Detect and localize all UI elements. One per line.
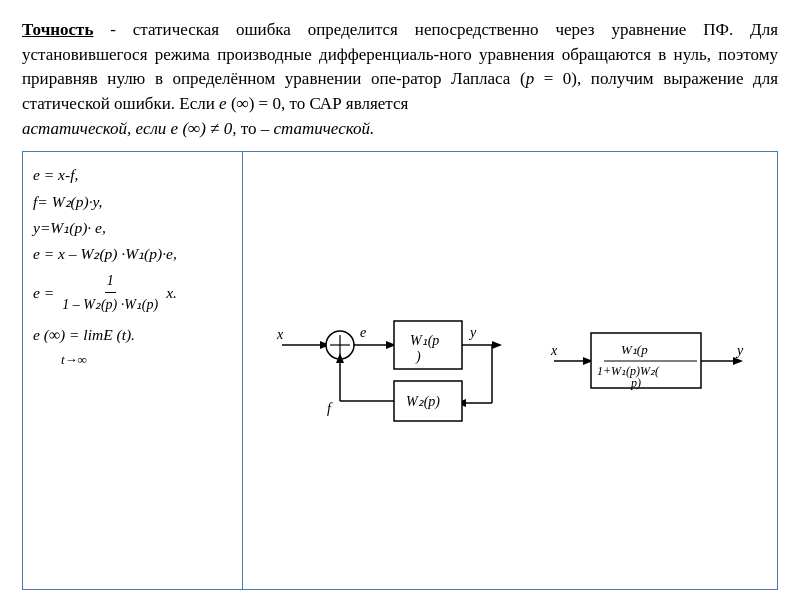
eq5-denominator: 1 – W₂(p) ·W₁(p) — [60, 293, 160, 317]
svg-text:1+W₁(p)W₂(: 1+W₁(p)W₂( — [597, 364, 660, 378]
eq5-numerator: 1 — [105, 269, 116, 294]
diagram-section: e = x-f, f= W₂(p)·y, y=W₁(p)· e, e = x –… — [22, 151, 778, 590]
svg-text:y: y — [468, 325, 477, 340]
eq6-container: e (∞) = limE (t). t→∞ — [33, 322, 234, 370]
eq5-suffix: x. — [166, 280, 177, 306]
svg-text:p): p) — [630, 376, 641, 390]
svg-text:W₂(p): W₂(p) — [406, 394, 440, 410]
feedback-diagram: x e W₁(p ) y — [272, 293, 512, 448]
eq5-prefix: e = — [33, 280, 54, 306]
eq4: e = x – W₂(p) ·W₁(p)·e, — [33, 241, 234, 267]
svg-text:e: e — [360, 325, 366, 340]
svg-marker-13 — [492, 341, 502, 349]
page: Точность - статическая ошибка определитс… — [0, 0, 800, 600]
title-word: Точность — [22, 20, 93, 39]
text-block: Точность - статическая ошибка определитс… — [22, 18, 778, 141]
eq2: f= W₂(p)·y, — [33, 189, 234, 215]
eq6: e (∞) = limE (t). — [33, 322, 234, 348]
eq5-row: e = 1 1 – W₂(p) ·W₁(p) x. — [33, 269, 234, 318]
x-label: x — [276, 327, 284, 342]
italic-line: астатической, если e (∞) ≠ 0, — [22, 119, 236, 138]
eq3: y=W₁(p)· e, — [33, 215, 234, 241]
text-line1-rest: - статическая ошибка определится непосре… — [22, 20, 778, 113]
svg-text:): ) — [415, 349, 421, 365]
eq5-fraction: 1 1 – W₂(p) ·W₁(p) — [60, 269, 160, 318]
simplified-diagram: x W₁(p 1+W₁(p)W₂( p) y — [549, 311, 749, 431]
svg-marker-32 — [733, 357, 743, 365]
svg-text:y: y — [735, 343, 744, 358]
svg-text:f: f — [327, 401, 333, 416]
text-end: то – статической. — [236, 119, 374, 138]
svg-text:x: x — [550, 343, 558, 358]
eq6-subscript: t→∞ — [61, 349, 234, 371]
equations-panel: e = x-f, f= W₂(p)·y, y=W₁(p)· e, e = x –… — [23, 152, 243, 589]
svg-text:W₁(p: W₁(p — [621, 342, 648, 357]
svg-text:W₁(p: W₁(p — [410, 333, 439, 349]
eq1: e = x-f, — [33, 162, 234, 188]
diagrams-panel: x e W₁(p ) y — [243, 152, 777, 589]
